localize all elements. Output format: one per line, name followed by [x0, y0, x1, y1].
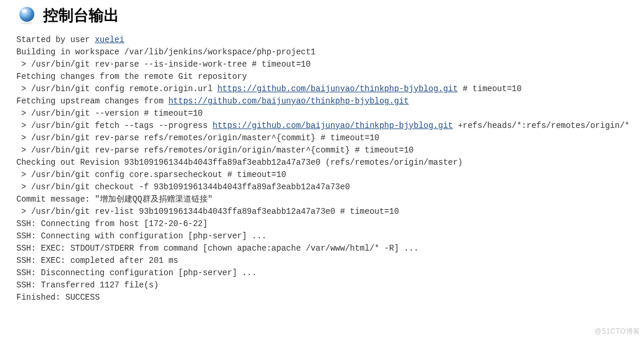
console-link[interactable]: https://github.com/baijunyao/thinkphp-bj…: [217, 84, 458, 93]
console-text: Building in workspace /var/lib/jenkins/w…: [16, 47, 315, 57]
console-text: SSH: Connecting from host [172-20-6-22]: [16, 219, 208, 228]
console-text: > /usr/bin/git rev-parse refs/remotes/or…: [16, 145, 414, 155]
console-text: Fetching upstream changes from: [16, 96, 168, 106]
console-text: Started by user: [16, 35, 95, 44]
console-text: SSH: Connecting with configuration [php-…: [16, 231, 266, 241]
console-text: > /usr/bin/git rev-parse --is-inside-wor…: [16, 60, 311, 69]
console-text: > /usr/bin/git --version # timeout=10: [16, 109, 203, 118]
console-link[interactable]: https://github.com/baijunyao/thinkphp-bj…: [213, 121, 453, 130]
console-text: Finished: SUCCESS: [16, 293, 100, 302]
console-output: Started by user xuelei Building in works…: [16, 34, 628, 304]
console-text: > /usr/bin/git config remote.origin.url: [16, 84, 217, 93]
console-text: > /usr/bin/git checkout -f 93b1091961344…: [16, 182, 350, 192]
console-text: > /usr/bin/git rev-list 93b1091961344b40…: [16, 207, 399, 216]
console-text: SSH: Disconnecting configuration [php-se…: [16, 268, 257, 277]
console-text: SSH: EXEC: completed after 201 ms: [16, 256, 178, 265]
watermark: @51CTO博客: [594, 327, 640, 336]
console-text: +refs/heads/*:refs/remotes/origin/*: [453, 121, 629, 130]
console-text: # timeout=10: [458, 84, 521, 93]
console-text: Checking out Revision 93b1091961344b4043…: [16, 158, 463, 167]
console-text: Fetching changes from the remote Git rep…: [16, 72, 247, 81]
console-text: SSH: EXEC: STDOUT/STDERR from command [c…: [16, 244, 419, 253]
svg-point-1: [19, 7, 34, 22]
console-text: SSH: Transferred 1127 file(s): [16, 280, 159, 290]
page-title: 控制台输出: [43, 5, 119, 26]
console-text: > /usr/bin/git rev-parse refs/remotes/or…: [16, 133, 380, 143]
console-text: > /usr/bin/git fetch --tags --progress: [16, 121, 213, 130]
user-link[interactable]: xuelei: [95, 35, 124, 44]
console-link[interactable]: https://github.com/baijunyao/thinkphp-bj…: [168, 96, 409, 106]
svg-point-0: [21, 22, 33, 25]
page-heading: 控制台输出: [16, 5, 628, 26]
svg-point-2: [22, 9, 27, 13]
console-text: Commit message: "增加创建QQ群及捐赠渠道链接": [16, 195, 213, 204]
ball-icon: [16, 5, 37, 26]
console-text: > /usr/bin/git config core.sparsecheckou…: [16, 170, 286, 179]
